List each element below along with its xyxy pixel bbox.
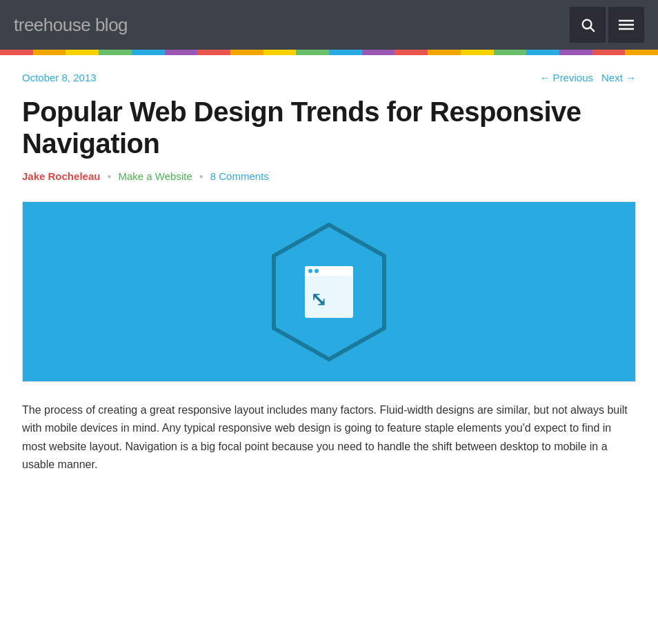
hexagon-icon: ⤡ <box>263 218 395 366</box>
prev-next-nav: ← Previous Next → <box>539 72 636 83</box>
site-header: treehouse blog <box>0 0 658 50</box>
previous-link[interactable]: ← Previous <box>539 72 593 83</box>
post-comments[interactable]: 8 Comments <box>210 170 269 182</box>
search-icon <box>580 17 595 32</box>
search-button[interactable] <box>570 7 606 43</box>
featured-image-container: ⤡ <box>22 201 636 382</box>
hamburger-icon <box>619 19 634 30</box>
post-author[interactable]: Jake Rocheleau <box>22 170 100 182</box>
color-bar <box>0 50 658 55</box>
svg-text:⤡: ⤡ <box>310 289 326 310</box>
logo-bold: treehouse <box>14 14 90 35</box>
main-content: October 8, 2013 ← Previous Next → Popula… <box>8 55 650 491</box>
svg-point-8 <box>308 269 312 273</box>
meta-dot-1: ● <box>107 172 111 180</box>
post-category[interactable]: Make a Website <box>118 170 192 182</box>
post-navigation-row: October 8, 2013 ← Previous Next → <box>22 72 636 83</box>
post-date: October 8, 2013 <box>22 72 97 83</box>
site-logo: treehouse blog <box>14 14 128 36</box>
post-meta: Jake Rocheleau ● Make a Website ● 8 Comm… <box>22 170 636 182</box>
next-link[interactable]: Next → <box>601 72 636 83</box>
logo-light: blog <box>95 14 128 35</box>
post-title: Popular Web Design Trends for Responsive… <box>22 96 636 159</box>
featured-image: ⤡ <box>23 202 635 381</box>
menu-button[interactable] <box>608 7 644 43</box>
svg-line-1 <box>590 28 594 31</box>
meta-dot-2: ● <box>199 172 203 180</box>
post-body: The process of creating a great responsi… <box>22 401 636 474</box>
svg-point-9 <box>315 269 319 273</box>
header-actions <box>570 7 644 43</box>
